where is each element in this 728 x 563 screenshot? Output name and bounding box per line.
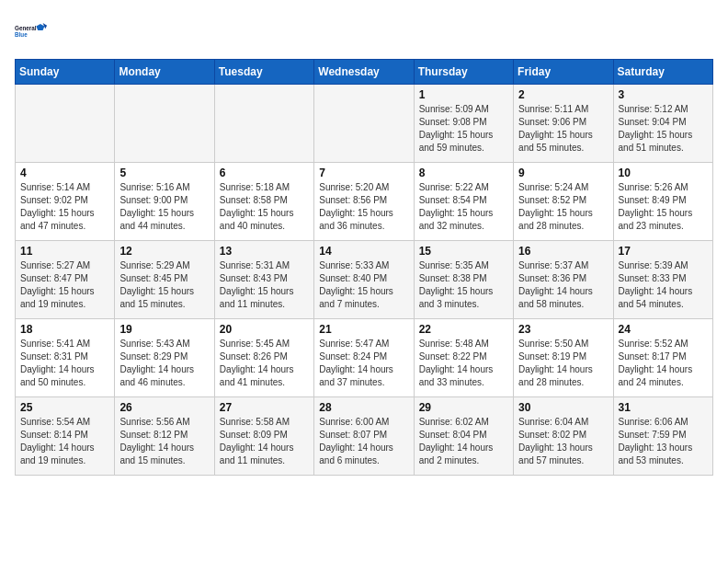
day-number: 13 <box>220 245 309 258</box>
day-number: 12 <box>119 245 209 258</box>
day-info: Sunrise: 6:06 AMSunset: 7:59 PMDaylight:… <box>619 416 708 467</box>
day-info: Sunrise: 6:04 AMSunset: 8:02 PMDaylight:… <box>518 416 608 467</box>
day-number: 14 <box>319 245 408 258</box>
day-number: 24 <box>619 323 708 336</box>
page-header: General Blue <box>15 15 713 48</box>
svg-text:Blue: Blue <box>15 31 28 38</box>
day-number: 23 <box>518 323 608 336</box>
day-info: Sunrise: 5:24 AMSunset: 8:52 PMDaylight:… <box>518 181 608 233</box>
day-info: Sunrise: 5:16 AMSunset: 9:00 PMDaylight:… <box>119 181 209 233</box>
calendar-day-16: 16Sunrise: 5:37 AMSunset: 8:36 PMDayligh… <box>514 241 613 319</box>
day-number: 26 <box>119 401 209 414</box>
day-info: Sunrise: 5:18 AMSunset: 8:58 PMDaylight:… <box>220 181 309 233</box>
calendar-header-thursday: Thursday <box>414 60 513 85</box>
logo-icon: General Blue <box>15 15 48 48</box>
calendar-week-row: 4Sunrise: 5:14 AMSunset: 9:02 PMDaylight… <box>16 163 713 241</box>
calendar-day-25: 25Sunrise: 5:54 AMSunset: 8:14 PMDayligh… <box>16 397 115 476</box>
day-number: 2 <box>518 88 608 101</box>
calendar-day-30: 30Sunrise: 6:04 AMSunset: 8:02 PMDayligh… <box>514 397 613 476</box>
day-number: 27 <box>220 401 309 414</box>
calendar-day-24: 24Sunrise: 5:52 AMSunset: 8:17 PMDayligh… <box>613 319 712 397</box>
calendar-day-17: 17Sunrise: 5:39 AMSunset: 8:33 PMDayligh… <box>613 241 712 319</box>
day-info: Sunrise: 5:29 AMSunset: 8:45 PMDaylight:… <box>119 259 209 311</box>
day-info: Sunrise: 5:41 AMSunset: 8:31 PMDaylight:… <box>20 338 109 389</box>
calendar-day-1: 1Sunrise: 5:09 AMSunset: 9:08 PMDaylight… <box>414 85 513 163</box>
calendar-header-monday: Monday <box>115 60 214 85</box>
calendar-day-5: 5Sunrise: 5:16 AMSunset: 9:00 PMDaylight… <box>115 163 214 241</box>
day-number: 30 <box>518 401 608 414</box>
day-number: 20 <box>220 323 309 336</box>
day-number: 28 <box>319 401 408 414</box>
calendar-week-row: 18Sunrise: 5:41 AMSunset: 8:31 PMDayligh… <box>16 319 713 397</box>
calendar-header-saturday: Saturday <box>613 60 712 85</box>
calendar-header-tuesday: Tuesday <box>214 60 313 85</box>
day-info: Sunrise: 5:35 AMSunset: 8:38 PMDaylight:… <box>419 259 508 311</box>
day-info: Sunrise: 5:11 AMSunset: 9:06 PMDaylight:… <box>518 103 608 155</box>
calendar-day-18: 18Sunrise: 5:41 AMSunset: 8:31 PMDayligh… <box>16 319 115 397</box>
day-info: Sunrise: 5:20 AMSunset: 8:56 PMDaylight:… <box>319 181 408 233</box>
day-number: 7 <box>319 167 408 179</box>
calendar-day-2: 2Sunrise: 5:11 AMSunset: 9:06 PMDaylight… <box>514 85 613 163</box>
day-number: 18 <box>20 323 109 336</box>
day-number: 3 <box>619 88 708 101</box>
day-number: 10 <box>619 167 708 179</box>
day-info: Sunrise: 5:48 AMSunset: 8:22 PMDaylight:… <box>419 338 508 389</box>
calendar-table: SundayMondayTuesdayWednesdayThursdayFrid… <box>15 59 713 476</box>
calendar-week-row: 25Sunrise: 5:54 AMSunset: 8:14 PMDayligh… <box>16 397 713 476</box>
day-info: Sunrise: 5:31 AMSunset: 8:43 PMDaylight:… <box>220 259 309 311</box>
day-number: 29 <box>419 401 508 414</box>
day-info: Sunrise: 5:39 AMSunset: 8:33 PMDaylight:… <box>619 259 708 311</box>
calendar-empty-cell <box>214 85 313 163</box>
calendar-day-9: 9Sunrise: 5:24 AMSunset: 8:52 PMDaylight… <box>514 163 613 241</box>
day-info: Sunrise: 6:00 AMSunset: 8:07 PMDaylight:… <box>319 416 408 467</box>
calendar-day-29: 29Sunrise: 6:02 AMSunset: 8:04 PMDayligh… <box>414 397 513 476</box>
calendar-day-12: 12Sunrise: 5:29 AMSunset: 8:45 PMDayligh… <box>115 241 214 319</box>
svg-text:General: General <box>15 25 37 31</box>
calendar-day-14: 14Sunrise: 5:33 AMSunset: 8:40 PMDayligh… <box>314 241 414 319</box>
day-info: Sunrise: 5:27 AMSunset: 8:47 PMDaylight:… <box>20 259 109 311</box>
day-number: 25 <box>20 401 109 414</box>
day-number: 6 <box>220 167 309 179</box>
day-number: 1 <box>419 88 508 101</box>
day-info: Sunrise: 5:14 AMSunset: 9:02 PMDaylight:… <box>20 181 109 233</box>
day-number: 5 <box>119 167 209 179</box>
day-number: 15 <box>419 245 508 258</box>
calendar-day-21: 21Sunrise: 5:47 AMSunset: 8:24 PMDayligh… <box>314 319 414 397</box>
logo: General Blue <box>15 15 48 48</box>
calendar-day-31: 31Sunrise: 6:06 AMSunset: 7:59 PMDayligh… <box>613 397 712 476</box>
day-number: 22 <box>419 323 508 336</box>
calendar-day-23: 23Sunrise: 5:50 AMSunset: 8:19 PMDayligh… <box>514 319 613 397</box>
day-number: 17 <box>619 245 708 258</box>
day-info: Sunrise: 5:09 AMSunset: 9:08 PMDaylight:… <box>419 103 508 155</box>
calendar-day-28: 28Sunrise: 6:00 AMSunset: 8:07 PMDayligh… <box>314 397 414 476</box>
day-number: 9 <box>518 167 608 179</box>
day-info: Sunrise: 5:45 AMSunset: 8:26 PMDaylight:… <box>220 338 309 389</box>
day-number: 16 <box>518 245 608 258</box>
calendar-day-7: 7Sunrise: 5:20 AMSunset: 8:56 PMDaylight… <box>314 163 414 241</box>
calendar-header-friday: Friday <box>514 60 613 85</box>
day-number: 4 <box>20 167 109 179</box>
svg-marker-2 <box>36 24 44 30</box>
calendar-day-6: 6Sunrise: 5:18 AMSunset: 8:58 PMDaylight… <box>214 163 313 241</box>
day-info: Sunrise: 5:52 AMSunset: 8:17 PMDaylight:… <box>619 338 708 389</box>
day-info: Sunrise: 5:54 AMSunset: 8:14 PMDaylight:… <box>20 416 109 467</box>
calendar-header-row: SundayMondayTuesdayWednesdayThursdayFrid… <box>16 60 713 85</box>
calendar-day-27: 27Sunrise: 5:58 AMSunset: 8:09 PMDayligh… <box>214 397 313 476</box>
day-info: Sunrise: 5:50 AMSunset: 8:19 PMDaylight:… <box>518 338 608 389</box>
day-info: Sunrise: 5:56 AMSunset: 8:12 PMDaylight:… <box>119 416 209 467</box>
calendar-day-13: 13Sunrise: 5:31 AMSunset: 8:43 PMDayligh… <box>214 241 313 319</box>
calendar-day-26: 26Sunrise: 5:56 AMSunset: 8:12 PMDayligh… <box>115 397 214 476</box>
day-info: Sunrise: 5:58 AMSunset: 8:09 PMDaylight:… <box>220 416 309 467</box>
day-info: Sunrise: 5:33 AMSunset: 8:40 PMDaylight:… <box>319 259 408 311</box>
day-number: 21 <box>319 323 408 336</box>
calendar-day-4: 4Sunrise: 5:14 AMSunset: 9:02 PMDaylight… <box>16 163 115 241</box>
calendar-day-22: 22Sunrise: 5:48 AMSunset: 8:22 PMDayligh… <box>414 319 513 397</box>
calendar-day-10: 10Sunrise: 5:26 AMSunset: 8:49 PMDayligh… <box>613 163 712 241</box>
calendar-header-sunday: Sunday <box>16 60 115 85</box>
day-number: 11 <box>20 245 109 258</box>
calendar-week-row: 1Sunrise: 5:09 AMSunset: 9:08 PMDaylight… <box>16 85 713 163</box>
calendar-day-11: 11Sunrise: 5:27 AMSunset: 8:47 PMDayligh… <box>16 241 115 319</box>
day-info: Sunrise: 5:47 AMSunset: 8:24 PMDaylight:… <box>319 338 408 389</box>
calendar-day-8: 8Sunrise: 5:22 AMSunset: 8:54 PMDaylight… <box>414 163 513 241</box>
calendar-empty-cell <box>16 85 115 163</box>
